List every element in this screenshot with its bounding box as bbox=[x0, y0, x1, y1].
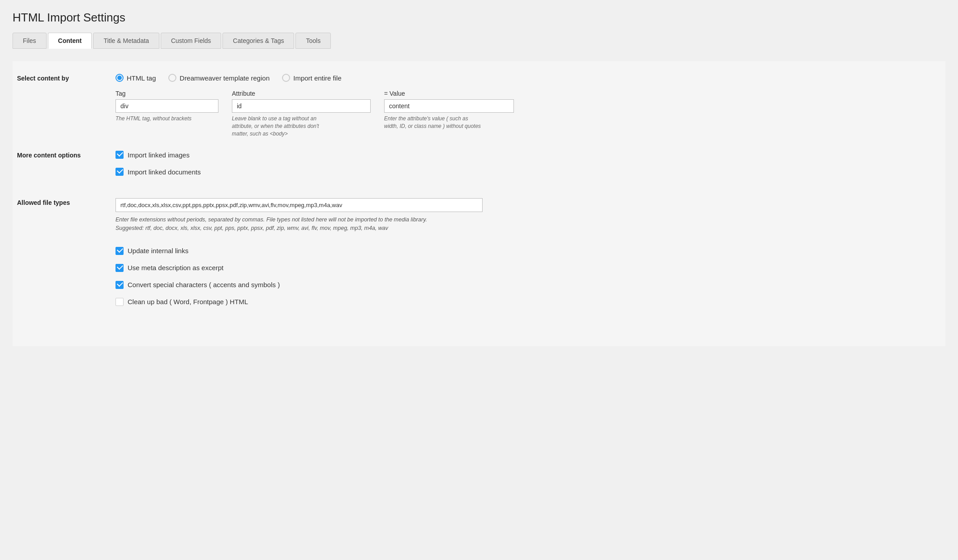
tag-input[interactable] bbox=[115, 99, 218, 113]
value-input[interactable] bbox=[384, 99, 514, 113]
more-content-options-section: More content options Import linked image… bbox=[13, 151, 945, 185]
radio-entire-file[interactable]: Import entire file bbox=[282, 74, 342, 82]
select-content-controls: HTML tag Dreamweaver template region Imp… bbox=[115, 74, 941, 137]
tab-title-metadata[interactable]: Title & Metadata bbox=[93, 33, 159, 49]
tag-hint: The HTML tag, without brackets bbox=[115, 115, 214, 123]
radio-group-content-by: HTML tag Dreamweaver template region Imp… bbox=[115, 74, 941, 82]
import-docs-checkbox[interactable] bbox=[115, 168, 124, 176]
attribute-field: Attribute Leave blank to use a tag witho… bbox=[232, 90, 371, 137]
value-hint: Enter the attribute's value ( such as wi… bbox=[384, 115, 483, 130]
value-label: = Value bbox=[384, 90, 514, 97]
radio-html-tag[interactable]: HTML tag bbox=[115, 74, 156, 82]
convert-chars-label: Convert special characters ( accents and… bbox=[128, 281, 280, 288]
more-content-label: More content options bbox=[17, 151, 115, 185]
file-types-input-group: Enter file extensions without periods, s… bbox=[115, 198, 941, 233]
update-links-checkbox[interactable] bbox=[115, 247, 124, 255]
import-images-row[interactable]: Import linked images bbox=[115, 151, 941, 159]
select-content-label: Select content by bbox=[17, 74, 115, 137]
update-links-row[interactable]: Update internal links bbox=[115, 247, 941, 255]
convert-chars-checkbox[interactable] bbox=[115, 281, 124, 289]
radio-dreamweaver-input[interactable] bbox=[168, 74, 176, 82]
clean-html-checkbox[interactable] bbox=[115, 298, 124, 306]
page-title: HTML Import Settings bbox=[13, 11, 945, 25]
attribute-label: Attribute bbox=[232, 90, 371, 97]
convert-chars-row[interactable]: Convert special characters ( accents and… bbox=[115, 281, 941, 289]
tag-field: Tag The HTML tag, without brackets bbox=[115, 90, 218, 123]
attribute-input[interactable] bbox=[232, 99, 371, 113]
file-types-hint2: Suggested: rtf, doc, docx, xls, xlsx, cs… bbox=[115, 224, 492, 233]
tab-tools[interactable]: Tools bbox=[295, 33, 331, 49]
select-content-section: Select content by HTML tag Dreamweaver t… bbox=[13, 74, 945, 137]
allowed-file-types-label: Allowed file types bbox=[17, 198, 115, 315]
tab-bar: Files Content Title & Metadata Custom Fi… bbox=[13, 33, 945, 49]
radio-html-tag-input[interactable] bbox=[115, 74, 124, 82]
radio-entire-file-input[interactable] bbox=[282, 74, 290, 82]
radio-dreamweaver-label: Dreamweaver template region bbox=[180, 74, 269, 82]
tab-files[interactable]: Files bbox=[13, 33, 47, 49]
tag-label: Tag bbox=[115, 90, 218, 97]
clean-html-row[interactable]: Clean up bad ( Word, Frontpage ) HTML bbox=[115, 298, 941, 306]
radio-html-tag-label: HTML tag bbox=[127, 74, 156, 82]
import-docs-label: Import linked documents bbox=[128, 168, 201, 176]
update-links-label: Update internal links bbox=[128, 247, 188, 255]
import-images-label: Import linked images bbox=[128, 151, 189, 159]
file-types-input[interactable] bbox=[115, 198, 483, 212]
allowed-file-types-section: Allowed file types Enter file extensions… bbox=[13, 198, 945, 315]
tab-custom-fields[interactable]: Custom Fields bbox=[161, 33, 221, 49]
radio-entire-file-label: Import entire file bbox=[293, 74, 342, 82]
allowed-file-types-controls: Enter file extensions without periods, s… bbox=[115, 198, 941, 315]
more-content-controls: Import linked images Import linked docum… bbox=[115, 151, 941, 185]
tab-content[interactable]: Content bbox=[48, 33, 92, 49]
value-field: = Value Enter the attribute's value ( su… bbox=[384, 90, 514, 130]
content-area: Select content by HTML tag Dreamweaver t… bbox=[13, 61, 945, 346]
tab-categories-tags[interactable]: Categories & Tags bbox=[222, 33, 294, 49]
meta-desc-checkbox[interactable] bbox=[115, 264, 124, 272]
clean-html-label: Clean up bad ( Word, Frontpage ) HTML bbox=[128, 298, 248, 305]
meta-desc-label: Use meta description as excerpt bbox=[128, 264, 223, 272]
import-docs-row[interactable]: Import linked documents bbox=[115, 168, 941, 176]
meta-desc-row[interactable]: Use meta description as excerpt bbox=[115, 264, 941, 272]
attribute-hint: Leave blank to use a tag without an attr… bbox=[232, 115, 330, 137]
import-images-checkbox[interactable] bbox=[115, 151, 124, 159]
radio-dreamweaver[interactable]: Dreamweaver template region bbox=[168, 74, 269, 82]
file-types-hint1: Enter file extensions without periods, s… bbox=[115, 216, 492, 224]
tag-fields-group: Tag The HTML tag, without brackets Attri… bbox=[115, 90, 941, 137]
